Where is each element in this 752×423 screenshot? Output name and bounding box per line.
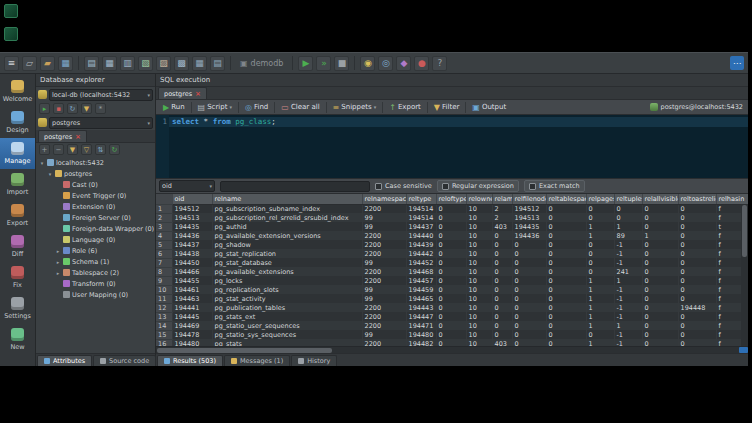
tree-item-role-6[interactable]: ▸Role (6): [36, 245, 155, 256]
sql-toolbar-snippets[interactable]: ≡Snippets▾: [329, 102, 381, 113]
sort-icon[interactable]: ⇅: [95, 144, 106, 155]
sql-toolbar-script[interactable]: ▤Script▾: [194, 102, 236, 113]
sql-toolbar-find[interactable]: ◎Find: [241, 102, 272, 113]
column-header-relhasin[interactable]: relhasin: [716, 194, 748, 204]
run-sql-icon[interactable]: ▶: [298, 56, 313, 71]
index-grid-icon[interactable]: ▦: [192, 56, 207, 71]
filter-column-select[interactable]: oid ▾: [159, 180, 215, 192]
vertical-scrollbar[interactable]: [741, 204, 748, 346]
tree-item-tablespace-2[interactable]: ▸Tablespace (2): [36, 267, 155, 278]
sql-toolbar-filter[interactable]: ▼Filter: [430, 102, 464, 113]
rail-item-design[interactable]: Design: [0, 107, 35, 138]
table-row[interactable]: 9194455pg_locks22001944570100001100f: [156, 276, 748, 285]
table-row[interactable]: 5194437pg_shadow22001944390100000-100f: [156, 240, 748, 249]
rail-item-welcome[interactable]: Welcome: [0, 76, 35, 107]
filter-input[interactable]: [220, 181, 370, 192]
sequence-grid-icon[interactable]: ▩: [174, 56, 189, 71]
tab-results-503[interactable]: Results (503): [157, 355, 223, 366]
column-header-relfilenode[interactable]: relfilenode: [512, 194, 546, 204]
scroll-corner-button[interactable]: [739, 347, 748, 353]
run-all-icon[interactable]: »: [316, 56, 331, 71]
horizontal-scrollbar[interactable]: [156, 346, 748, 353]
close-icon[interactable]: ×: [195, 90, 201, 98]
rail-item-settings[interactable]: Settings: [0, 293, 35, 324]
schema-grid-icon[interactable]: ▧: [138, 56, 153, 71]
function-grid-icon[interactable]: ▨: [156, 56, 171, 71]
table-row[interactable]: 7194450pg_stat_database991944520100000-1…: [156, 258, 748, 267]
table-row[interactable]: 1194512pg_subscription_subname_index2200…: [156, 204, 748, 213]
disconnect-db-icon[interactable]: ▪: [53, 103, 64, 114]
permissions-icon[interactable]: ◆: [396, 56, 411, 71]
table-row[interactable]: 13194445pg_stats_ext22001944470100001-10…: [156, 312, 748, 321]
new-model-icon[interactable]: ▱: [22, 56, 37, 71]
tree-item-localhost-5432[interactable]: ▾localhost:5432: [36, 157, 155, 168]
sql-editor[interactable]: 1 select * from pg_class;: [156, 115, 748, 179]
sql-tab-postgres[interactable]: postgres ×: [158, 87, 207, 99]
column-header-reltuples[interactable]: reltuples: [614, 194, 642, 204]
tree-item-postgres[interactable]: ▾postgres: [36, 168, 155, 179]
stop-icon[interactable]: ■: [334, 56, 349, 71]
sql-toolbar-export[interactable]: ↑Export: [385, 102, 425, 113]
rail-item-import[interactable]: Import: [0, 169, 35, 200]
column-header-relowner[interactable]: relowner: [466, 194, 492, 204]
refresh-tree-icon[interactable]: ↻: [109, 144, 120, 155]
column-header-oid[interactable]: oid: [172, 194, 212, 204]
column-header-reltype[interactable]: reltype: [406, 194, 436, 204]
connect-icon[interactable]: ▸: [39, 103, 50, 114]
table-row[interactable]: 4194436pg_available_extension_versions22…: [156, 231, 748, 240]
help-icon[interactable]: ?: [432, 56, 447, 71]
table-grid-icon[interactable]: ▦: [102, 56, 117, 71]
tree-item-foreign-server-0[interactable]: Foreign Server (0): [36, 212, 155, 223]
filter-option-regular-expression[interactable]: Regular expression: [437, 180, 519, 192]
database-objects-icon[interactable]: ▤: [84, 56, 99, 71]
tree-item-event-trigger-0[interactable]: Event Trigger (0): [36, 190, 155, 201]
table-row[interactable]: 14194469pg_statio_user_sequences22001944…: [156, 321, 748, 330]
tab-history[interactable]: History: [291, 355, 337, 366]
table-row[interactable]: 3194435pg_authid991944370104031944350110…: [156, 222, 748, 231]
tree-item-user-mapping-0[interactable]: User Mapping (0): [36, 289, 155, 300]
close-icon[interactable]: ×: [75, 133, 81, 141]
column-header-reltablespace[interactable]: reltablespace: [546, 194, 586, 204]
tree-item-foreign-data-wrapper-0[interactable]: Foreign-data Wrapper (0): [36, 223, 155, 234]
tree-item-schema-1[interactable]: ▸Schema (1): [36, 256, 155, 267]
sql-toolbar-clear-all[interactable]: ▭Clear all: [277, 102, 323, 113]
table-row[interactable]: 6194438pg_stat_replication22001944420100…: [156, 249, 748, 258]
options-icon[interactable]: *: [95, 103, 106, 114]
column-header-reltoastrelid[interactable]: reltoastrelid: [678, 194, 716, 204]
column-header-relname[interactable]: relname: [212, 194, 362, 204]
scrollbar-thumb[interactable]: [157, 348, 332, 353]
tree-item-transform-0[interactable]: Transform (0): [36, 278, 155, 289]
rail-item-fix[interactable]: Fix: [0, 262, 35, 293]
tab-attributes[interactable]: Attributes: [37, 355, 92, 366]
table-row[interactable]: 8194466pg_available_extensions2200194468…: [156, 267, 748, 276]
column-header-relallvisible[interactable]: relallvisible: [642, 194, 678, 204]
roles-icon[interactable]: ◎: [378, 56, 393, 71]
column-header-relnamespace[interactable]: relnamespace: [362, 194, 406, 204]
expand-all-icon[interactable]: +: [39, 144, 50, 155]
connection-select[interactable]: local-db (localhost:5432 ▾: [49, 89, 153, 101]
column-header-relpages[interactable]: relpages: [586, 194, 614, 204]
column-header-relam[interactable]: relam: [492, 194, 512, 204]
filter-icon[interactable]: ▼: [81, 103, 92, 114]
filter-option-exact-match[interactable]: Exact match: [524, 180, 585, 192]
rail-item-manage[interactable]: Manage: [0, 138, 35, 169]
explorer-tab-postgres[interactable]: postgres ×: [38, 130, 87, 142]
disconnect-icon[interactable]: ●: [414, 56, 429, 71]
collapse-all-icon[interactable]: −: [53, 144, 64, 155]
filter-option-case-sensitive[interactable]: Case sensitive: [375, 182, 432, 190]
notifications-icon[interactable]: ⋯: [730, 56, 744, 70]
sql-toolbar-output[interactable]: ▣Output: [468, 102, 510, 113]
tree-item-language-0[interactable]: Language (0): [36, 234, 155, 245]
tab-source-code[interactable]: Source code: [93, 355, 156, 366]
view-grid-icon[interactable]: ▥: [120, 56, 135, 71]
refresh-icon[interactable]: ↻: [67, 103, 78, 114]
menu-icon[interactable]: ≡: [4, 56, 19, 71]
table-row[interactable]: 12194441pg_publication_tables22001944430…: [156, 303, 748, 312]
scrollbar-thumb[interactable]: [742, 205, 747, 257]
filter-minus-icon[interactable]: ▽: [81, 144, 92, 155]
column-header-reloftype[interactable]: reloftype: [436, 194, 466, 204]
table-row[interactable]: 16194480pg_stats2200194482010403001-100f: [156, 339, 748, 346]
open-model-icon[interactable]: ▰: [40, 56, 55, 71]
database-select[interactable]: postgres ▾: [49, 117, 153, 129]
table-row[interactable]: 2194513pg_subscription_rel_srrelid_srsub…: [156, 213, 748, 222]
